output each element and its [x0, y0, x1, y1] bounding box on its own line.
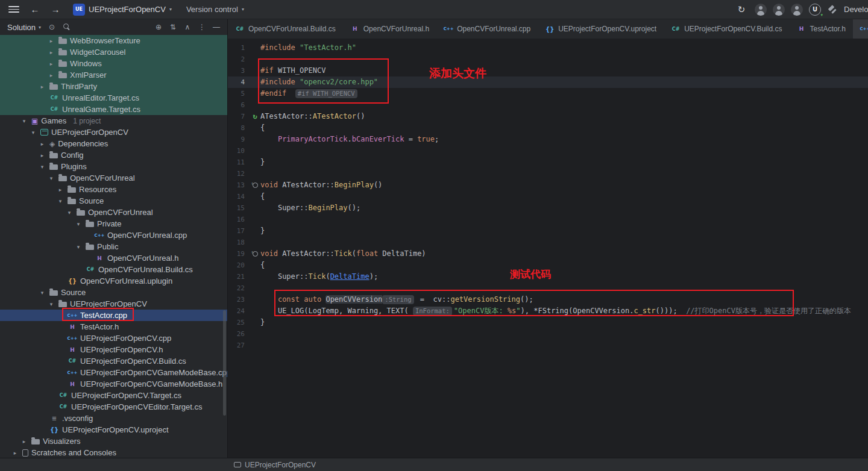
tree-item-Source[interactable]: ▾Source — [0, 195, 227, 207]
code-line[interactable]: 21 Super::Tick(DeltaTime); — [228, 271, 868, 282]
tree-item-Scratches and Consoles[interactable]: ▸Scratches and Consoles — [0, 447, 227, 458]
solution-view-selector[interactable]: Solution ▾ — [5, 22, 43, 33]
tree-item-UnrealGame.Target.cs[interactable]: C#UnrealGame.Target.cs — [0, 104, 227, 115]
tree-chevron-icon[interactable]: ▸ — [47, 49, 55, 55]
code-line[interactable]: 25} — [228, 317, 868, 328]
tab-TestActor.cpp[interactable]: C++TestActor.cpp× — [853, 19, 868, 39]
code-line[interactable]: 24 UE_LOG(LogTemp, Warning, TEXT( InForm… — [228, 305, 868, 317]
collapse-all-icon[interactable]: ∧ — [181, 23, 193, 31]
code-line[interactable]: 17} — [228, 225, 868, 237]
sidebar-scrollbar[interactable] — [223, 310, 226, 416]
tab-OpenCVForUnreal.cpp[interactable]: C++OpenCVForUnreal.cpp — [436, 19, 538, 39]
tree-item-Source[interactable]: ▾Source — [0, 287, 227, 298]
project-selector[interactable]: UE UEProjectForOpenCV ▾ — [69, 2, 176, 17]
code-line[interactable]: 2 — [228, 54, 868, 65]
tree-item-UEProjectForOpenCV.h[interactable]: HUEProjectForOpenCV.h — [0, 344, 227, 355]
tree-item-WidgetCarousel[interactable]: ▸WidgetCarousel — [0, 46, 227, 58]
tree-chevron-icon[interactable]: ▸ — [20, 438, 28, 444]
tree-item-UEProjectForOpenCVEditor.Target.cs[interactable]: C#UEProjectForOpenCVEditor.Target.cs — [0, 401, 227, 413]
tree-item-UEProjectForOpenCV.Build.cs[interactable]: C#UEProjectForOpenCV.Build.cs — [0, 355, 227, 367]
tree-item-TestActor.h[interactable]: HTestActor.h — [0, 321, 227, 332]
tree-chevron-icon[interactable]: ▸ — [38, 152, 46, 158]
tab-UEProjectForOpenCV.Build.cs[interactable]: C#UEProjectForOpenCV.Build.cs — [664, 19, 789, 39]
tree-chevron-icon[interactable]: ▸ — [47, 72, 55, 78]
account-icon-2[interactable] — [773, 4, 785, 16]
tree-item-TestActor.cpp[interactable]: C++TestActor.cpp — [0, 310, 227, 321]
hide-panel-icon[interactable]: — — [210, 23, 222, 31]
tree-chevron-icon[interactable]: ▸ — [47, 38, 55, 44]
tree-item-Games[interactable]: ▾▣Games1 project — [0, 115, 227, 126]
back-icon[interactable]: ← — [28, 4, 42, 14]
version-control-selector[interactable]: Version control ▾ — [182, 3, 248, 16]
tree-item-UEProjectForOpenCVGameModeBase.cpp[interactable]: C++UEProjectForOpenCVGameModeBase.cpp — [0, 367, 227, 378]
code-line[interactable]: 10 — [228, 145, 868, 157]
code-line[interactable]: 11} — [228, 157, 868, 168]
status-project-widget[interactable]: UEProjectForOpenCV — [234, 461, 316, 469]
tree-item-Public[interactable]: ▾Public — [0, 241, 227, 252]
tree-chevron-icon[interactable]: ▾ — [65, 210, 74, 216]
code-line[interactable]: 7↻ATestActor::ATestActor() — [228, 111, 868, 122]
tree-chevron-icon[interactable]: ▾ — [47, 301, 55, 307]
tree-item-Plugins[interactable]: ▾Plugins — [0, 161, 227, 172]
tree-item-OpenCVForUnreal.h[interactable]: HOpenCVForUnreal.h — [0, 252, 227, 264]
tree-chevron-icon[interactable]: ▾ — [38, 290, 46, 296]
tree-item-XmlParser[interactable]: ▸XmlParser — [0, 69, 227, 81]
code-line[interactable]: 23 const auto OpenCVVersion:String = cv:… — [228, 294, 868, 305]
tree-item-Dependencies[interactable]: ▸◈Dependencies — [0, 138, 227, 149]
tree-chevron-icon[interactable]: ▾ — [47, 175, 55, 181]
tree-item-UEProjectForOpenCV[interactable]: ▾UEProjectForOpenCV — [0, 298, 227, 310]
tree-item-.vsconfig[interactable]: ≡.vsconfig — [0, 413, 227, 424]
code-line[interactable]: 15 Super::BeginPlay(); — [228, 202, 868, 214]
locate-file-icon[interactable]: ⊕ — [153, 23, 165, 31]
override-gutter-icon[interactable] — [253, 182, 258, 188]
tree-item-Windows[interactable]: ▸Windows — [0, 58, 227, 69]
sync-icon[interactable]: ↻ — [734, 4, 749, 15]
tree-chevron-icon[interactable]: ▾ — [29, 129, 37, 136]
tree-item-ThirdParty[interactable]: ▸ThirdParty — [0, 81, 227, 92]
expand-all-icon[interactable]: ⇅ — [167, 23, 179, 31]
code-line[interactable]: 6 — [228, 99, 868, 111]
view-options-icon[interactable]: ⊙ — [46, 23, 58, 31]
code-line[interactable]: 18 — [228, 237, 868, 248]
tree-item-OpenCVForUnreal.cpp[interactable]: C++OpenCVForUnreal.cpp — [0, 229, 227, 241]
forward-icon[interactable]: → — [48, 4, 63, 14]
account-icon-3[interactable] — [791, 4, 803, 16]
tree-chevron-icon[interactable]: ▾ — [56, 198, 64, 204]
hamburger-menu-icon[interactable] — [8, 6, 19, 13]
tree-item-Resources[interactable]: ▸Resources — [0, 184, 227, 195]
unreal-link-download-icon[interactable]: U▾ — [809, 4, 821, 16]
more-options-icon[interactable]: ⋮ — [196, 23, 208, 31]
code-line[interactable]: 12 — [228, 168, 868, 179]
tab-TestActor.h[interactable]: HTestActor.h — [789, 19, 852, 39]
tree-item-WebBrowserTexture[interactable]: ▸WebBrowserTexture — [0, 35, 227, 46]
code-line[interactable]: 16 — [228, 214, 868, 225]
tree-item-OpenCVForUnreal[interactable]: ▾OpenCVForUnreal — [0, 207, 227, 218]
tab-OpenCVForUnreal.h[interactable]: HOpenCVForUnreal.h — [343, 19, 436, 39]
code-line[interactable]: 9 PrimaryActorTick.bCanEverTick = true; — [228, 134, 868, 145]
code-line[interactable]: 4#include "opencv2/core.hpp" — [228, 76, 868, 88]
tree-item-UEProjectForOpenCV[interactable]: ▾UEProjectForOpenCV — [0, 126, 227, 138]
tree-item-UEProjectForOpenCV.cpp[interactable]: C++UEProjectForOpenCV.cpp — [0, 332, 227, 344]
tree-chevron-icon[interactable]: ▸ — [38, 141, 46, 147]
search-icon[interactable] — [60, 23, 72, 32]
code-line[interactable]: 27 — [228, 340, 868, 351]
tree-item-UEProjectForOpenCVGameModeBase.h[interactable]: HUEProjectForOpenCVGameModeBase.h — [0, 378, 227, 390]
tree-item-UEProjectForOpenCV.Target.cs[interactable]: C#UEProjectForOpenCV.Target.cs — [0, 390, 227, 401]
tree-chevron-icon[interactable]: ▾ — [38, 164, 46, 170]
override-gutter-icon[interactable] — [253, 251, 258, 257]
code-editor[interactable]: 1#include "TestActor.h"23#if WITH_OPENCV… — [228, 39, 868, 458]
related-symbols-gutter-icon[interactable]: ↻ — [253, 111, 257, 122]
code-line[interactable]: 13void ATestActor::BeginPlay() — [228, 179, 868, 191]
tree-item-Visualizers[interactable]: ▸Visualizers — [0, 435, 227, 447]
tree-chevron-icon[interactable]: ▾ — [74, 244, 83, 250]
tree-item-Config[interactable]: ▸Config — [0, 149, 227, 161]
build-hammer-icon[interactable] — [827, 4, 838, 15]
tree-item-UnrealEditor.Target.cs[interactable]: C#UnrealEditor.Target.cs — [0, 92, 227, 104]
code-line[interactable]: 1#include "TestActor.h" — [228, 42, 868, 54]
tab-OpenCVForUnreal.Build.cs[interactable]: C#OpenCVForUnreal.Build.cs — [228, 19, 343, 39]
tree-chevron-icon[interactable]: ▸ — [11, 450, 19, 456]
tree-item-UEProjectForOpenCV.uproject[interactable]: {}UEProjectForOpenCV.uproject — [0, 424, 227, 435]
tree-item-OpenCVForUnreal[interactable]: ▾OpenCVForUnreal — [0, 172, 227, 184]
tree-item-OpenCVForUnreal.Build.cs[interactable]: C#OpenCVForUnreal.Build.cs — [0, 264, 227, 275]
tab-UEProjectForOpenCV.uproject[interactable]: {}UEProjectForOpenCV.uproject — [538, 19, 664, 39]
